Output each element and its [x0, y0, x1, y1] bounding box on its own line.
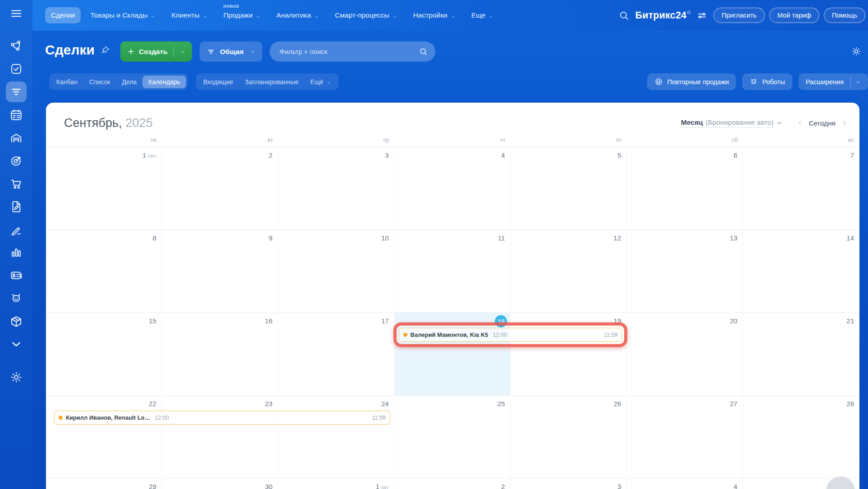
day-number: 22: [149, 400, 156, 408]
search-icon[interactable]: [618, 10, 630, 21]
filter-tab-запланированные[interactable]: Запланированные: [239, 76, 304, 88]
filter-search-input[interactable]: [279, 48, 419, 55]
robots-button[interactable]: Роботы: [742, 73, 792, 90]
calendar-day-cell[interactable]: 5: [511, 147, 627, 230]
pin-icon[interactable]: [101, 45, 110, 54]
calendar-day-cell[interactable]: 17: [279, 313, 395, 396]
filter-tab-входящие[interactable]: Входящие: [197, 76, 239, 88]
calendar-day-cell[interactable]: 6: [627, 147, 743, 230]
tab-label: Дела: [122, 78, 137, 86]
calendar-day-cell[interactable]: 15: [46, 313, 162, 396]
document-sign-icon[interactable]: [9, 200, 23, 213]
calendar-event[interactable]: Валерий Мамонтов, Kia K512:0011:59: [399, 328, 622, 342]
my-plan-button[interactable]: Мой тариф: [769, 8, 819, 23]
bitrix24-logo[interactable]: Битрикс24: [635, 10, 691, 21]
calendar-day-cell[interactable]: 25: [395, 396, 511, 479]
robot-icon[interactable]: [9, 292, 23, 305]
chevron-down-icon[interactable]: [180, 49, 186, 54]
calendar-day-cell[interactable]: 29: [46, 479, 162, 489]
shop-cart-icon[interactable]: [9, 177, 23, 190]
hamburger-menu-icon[interactable]: [9, 7, 23, 20]
calendar-day-cell[interactable]: 11: [395, 230, 511, 313]
analytics-chart-icon[interactable]: [9, 246, 23, 259]
main-nav: СделкиТовары и СкладыКлиентыНОВОЕПродажи…: [45, 7, 499, 23]
filter-search-box[interactable]: [270, 41, 435, 62]
filter-tab-ещё[interactable]: Ещё: [305, 76, 338, 88]
tab-список[interactable]: Список: [83, 76, 116, 88]
calendar-day-cell[interactable]: 30: [162, 479, 279, 489]
calendar-day-cell[interactable]: 28: [743, 396, 859, 479]
signature-pen-icon[interactable]: [9, 223, 23, 236]
search-icon[interactable]: [419, 47, 428, 56]
calendar-day-cell[interactable]: 7: [743, 147, 859, 230]
nav-item-smart-processes[interactable]: Смарт-процессы: [329, 7, 403, 23]
calendar-day-cell[interactable]: 12: [511, 230, 627, 313]
calendar-day-cell[interactable]: 27: [627, 396, 743, 479]
contact-card-icon[interactable]: [9, 269, 23, 282]
calendar-day-cell[interactable]: 24: [279, 396, 395, 479]
tab-канбан[interactable]: Канбан: [50, 76, 83, 88]
settings-gear-icon[interactable]: [9, 371, 23, 384]
calendar-day-cell[interactable]: 14: [743, 230, 859, 313]
calendar-day-cell-today[interactable]: 18: [395, 313, 511, 396]
nav-item-settings[interactable]: Настройки: [407, 7, 461, 23]
tab-label: Список: [89, 78, 110, 86]
nav-item-deals[interactable]: Сделки: [45, 7, 81, 23]
calendar-day-cell[interactable]: 22: [46, 396, 162, 479]
market-box-icon[interactable]: [9, 315, 23, 328]
calendar-day-cell[interactable]: 4: [627, 479, 743, 489]
nav-item-analytics[interactable]: Аналитика: [270, 7, 325, 23]
tasks-check-icon[interactable]: [9, 62, 23, 76]
logo-text: Битрикс24: [635, 10, 687, 21]
calendar-event[interactable]: Кирилл Иванов, Renault Lo…12:0011:59: [54, 411, 390, 425]
calendar-day-cell[interactable]: 26: [511, 396, 627, 479]
warehouse-icon[interactable]: [9, 131, 23, 145]
calendar-day-cell[interactable]: 1сен: [46, 147, 162, 230]
calendar-day-cell[interactable]: 2: [162, 147, 279, 230]
sliders-icon[interactable]: [696, 10, 708, 21]
extensions-button[interactable]: Расширения: [799, 73, 868, 90]
calendar-view-switch[interactable]: Месяц (Бронирование авто): [681, 118, 782, 128]
calendar-day-cell[interactable]: 13: [627, 230, 743, 313]
logo-registered-mark-icon: [687, 11, 690, 14]
create-button[interactable]: Создать: [120, 41, 192, 62]
calendar-day-cell[interactable]: 1окт: [279, 479, 395, 489]
calendar-day-cell[interactable]: 10: [279, 230, 395, 313]
repeat-icon: [654, 77, 663, 86]
chevron-down-icon[interactable]: [855, 79, 861, 85]
nav-item-clients[interactable]: Клиенты: [165, 7, 213, 23]
tab-календарь[interactable]: Календарь: [142, 76, 186, 88]
calendar-day-cell[interactable]: 9: [162, 230, 279, 313]
nav-item-sales[interactable]: НОВОЕПродажи: [218, 7, 267, 23]
tab-дела[interactable]: Дела: [116, 76, 142, 88]
marketing-target-icon[interactable]: [9, 154, 23, 168]
calendar-day-cell[interactable]: 23: [162, 396, 279, 479]
nav-item-products-warehouses[interactable]: Товары и Склады: [85, 7, 162, 23]
calendar-day-cell[interactable]: 3: [511, 479, 627, 489]
share-network-icon[interactable]: [9, 39, 23, 53]
crm-funnel-icon[interactable]: [6, 82, 27, 102]
chevron-right-icon[interactable]: [841, 120, 848, 127]
nav-item-more[interactable]: Еще: [466, 7, 500, 23]
calendar-day-cell[interactable]: 20: [627, 313, 743, 396]
calendar-day-cell[interactable]: 21: [743, 313, 859, 396]
help-button[interactable]: Помощь: [824, 8, 865, 23]
settings-gear-icon[interactable]: [851, 46, 862, 57]
pipeline-selector-button[interactable]: Общая: [200, 41, 262, 62]
today-button[interactable]: Сегодня: [809, 119, 836, 127]
view-mode-label[interactable]: Месяц: [681, 118, 703, 128]
chevron-down-icon[interactable]: [9, 338, 23, 351]
calendar-day-cell[interactable]: 2: [395, 479, 511, 489]
calendar-tasks-icon[interactable]: [9, 108, 23, 122]
event-start-time: 12:00: [155, 415, 169, 421]
top-navigation-bar: СделкиТовары и СкладыКлиентыНОВОЕПродажи…: [0, 0, 868, 31]
calendar-day-cell[interactable]: 8: [46, 230, 162, 313]
invite-button[interactable]: Пригласить: [713, 8, 765, 23]
calendar-day-cell[interactable]: 19: [511, 313, 627, 396]
calendar-day-cell[interactable]: 4: [395, 147, 511, 230]
calendar-day-cell[interactable]: 16: [162, 313, 279, 396]
chevron-left-icon[interactable]: [797, 120, 804, 127]
view-context-label[interactable]: (Бронирование авто): [706, 118, 774, 128]
repeat-sales-button[interactable]: Повторные продажи: [647, 73, 736, 90]
calendar-day-cell[interactable]: 3: [279, 147, 395, 230]
